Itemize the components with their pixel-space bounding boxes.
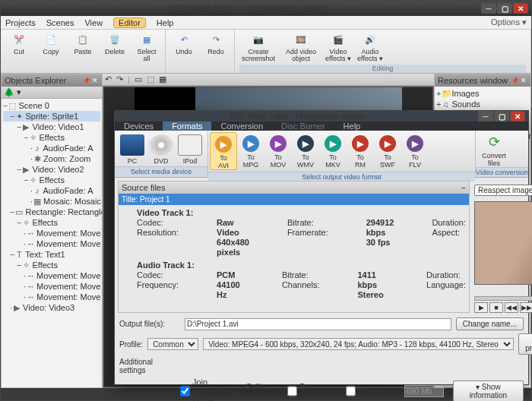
- format-swf-button[interactable]: ▶To SWF: [374, 132, 401, 170]
- format-mkv-button[interactable]: ▶To MKV: [319, 132, 347, 170]
- tool-icon[interactable]: ↷: [116, 74, 123, 84]
- format-avi-icon: ▶: [215, 136, 232, 153]
- close-button[interactable]: ✕: [513, 3, 528, 14]
- by-markers-checkbox[interactable]: By markers: [287, 382, 341, 400]
- video-track-head: Video Track 1:: [137, 208, 193, 217]
- tree-node[interactable]: −✦ Sprite: Sprite1: [3, 111, 100, 122]
- dialog-minimize-button[interactable]: ─: [478, 111, 493, 122]
- tree-node[interactable]: −⬚ Scene 0: [3, 100, 100, 111]
- convert-files-button[interactable]: ⟳ Convert files: [476, 131, 512, 167]
- menu-options[interactable]: Options ▾: [491, 17, 527, 27]
- tree-node[interactable]: ·↔ Movement: Move: [3, 238, 100, 249]
- tree-node[interactable]: ·▦ Mosaic: Mosaic: [3, 196, 100, 207]
- panel-close-icon[interactable]: ✕: [520, 77, 527, 84]
- menu-editor[interactable]: Editor: [113, 17, 146, 28]
- size-input: [404, 385, 444, 397]
- tab-help[interactable]: Help: [334, 122, 370, 131]
- tool-icon[interactable]: ↶: [105, 74, 112, 84]
- objects-tree[interactable]: −⬚ Scene 0−✦ Sprite: Sprite1−▶ Video: Vi…: [2, 99, 102, 314]
- tree-node[interactable]: −✧ Effects: [3, 132, 100, 143]
- play-button[interactable]: ▶: [474, 302, 488, 313]
- tree-node[interactable]: −✧ Effects: [3, 260, 100, 270]
- export-dialog: VSD Video Editor - Unregistered version …: [114, 110, 529, 385]
- tab-disc-burner[interactable]: Disc Burner: [272, 122, 334, 131]
- tool-icon[interactable]: ⬚: [147, 74, 154, 84]
- change-name-button[interactable]: Change name...: [456, 317, 524, 330]
- tree-node[interactable]: −▶ Video: Video2: [3, 164, 100, 175]
- tree-node[interactable]: −▭ Rectangle: Rectangle1: [3, 207, 100, 217]
- panel-pin-icon[interactable]: 📌: [82, 77, 90, 84]
- delete-button[interactable]: 🗑️Delete: [101, 32, 128, 62]
- screenshot-button[interactable]: 📷Create screenshot: [239, 32, 277, 62]
- by-size-checkbox[interactable]: By size:: [346, 385, 400, 397]
- tool-icon[interactable]: ▦: [159, 74, 166, 84]
- tree-icon[interactable]: 🌲: [4, 87, 14, 97]
- prev-button[interactable]: ◀◀: [505, 302, 518, 313]
- menu-help[interactable]: Help: [157, 18, 174, 27]
- show-information-button[interactable]: ▾ Show information: [453, 380, 524, 401]
- dialog-close-button[interactable]: ✕: [510, 111, 525, 122]
- main-menubar: Projects Scenes View Editor Help Options…: [1, 16, 531, 30]
- select-all-icon: ▦: [139, 32, 154, 47]
- profile-combo[interactable]: Common: [147, 338, 198, 350]
- menu-scenes[interactable]: Scenes: [46, 18, 74, 27]
- tree-node[interactable]: ·↔ Movement: Move: [3, 228, 100, 238]
- tab-conversion[interactable]: Conversion: [211, 122, 272, 131]
- tab-devices[interactable]: Devices: [115, 122, 163, 131]
- tree-node[interactable]: −✧ Effects: [3, 217, 100, 228]
- device-pc-button[interactable]: PC: [118, 132, 147, 165]
- output-path-input[interactable]: [185, 318, 451, 330]
- redo-icon: ↷: [208, 32, 223, 47]
- add-video-button[interactable]: 🎞️Add video object: [282, 32, 320, 62]
- format-flv-button[interactable]: ▶To FLV: [401, 132, 429, 170]
- paste-button[interactable]: 📋Paste: [69, 32, 97, 62]
- drop-icon[interactable]: ▾: [17, 87, 21, 97]
- tree-node[interactable]: +📁 Images: [436, 88, 529, 99]
- panel-close-icon[interactable]: ✕: [91, 77, 99, 84]
- tab-formats[interactable]: Formats: [163, 122, 211, 131]
- tree-node[interactable]: −✧ Effects: [3, 175, 100, 185]
- edit-profile-button[interactable]: Edit profile...: [518, 333, 532, 355]
- maximize-button[interactable]: ▢: [497, 3, 512, 14]
- tree-node[interactable]: ·▶ Video: Video3: [3, 302, 100, 313]
- tree-node[interactable]: ·↔ Movement: Move: [3, 270, 100, 281]
- camera-icon: 📷: [251, 32, 266, 47]
- source-title-row[interactable]: Title: Project 1: [119, 194, 469, 205]
- preview-slider[interactable]: [474, 296, 532, 301]
- profile-detail-combo[interactable]: Video: MPEG4 - 600 kbps, 320x240, 24 fps…: [203, 338, 514, 350]
- device-ipod-button[interactable]: IPod: [176, 132, 204, 165]
- remove-icon[interactable]: −: [461, 183, 466, 192]
- video-effects-button[interactable]: 🎬Video effects ▾: [325, 32, 352, 62]
- menu-view[interactable]: View: [84, 18, 103, 27]
- format-avi-button[interactable]: ▶To AVI: [210, 132, 237, 170]
- format-mpg-button[interactable]: ▶To MPG: [237, 132, 264, 170]
- audio-effects-button[interactable]: 🔊Audio effects ▾: [356, 32, 384, 62]
- tree-node[interactable]: −▶ Video: Video1: [3, 122, 100, 132]
- tree-node[interactable]: −T Text: Text1: [3, 249, 100, 260]
- tree-node[interactable]: ·♪ AudioFade: A: [3, 185, 100, 196]
- tree-node[interactable]: ·♪ AudioFade: A: [3, 143, 100, 153]
- format-mov-button[interactable]: ▶To MOV: [264, 132, 292, 170]
- format-wmv-button[interactable]: ▶To WMV: [292, 132, 319, 170]
- join-scenes-checkbox[interactable]: Join scenes to single: [180, 377, 234, 401]
- copy-button[interactable]: 📄Copy: [37, 32, 65, 62]
- minimize-button[interactable]: ─: [481, 3, 496, 14]
- next-button[interactable]: ▶▶: [520, 302, 532, 313]
- select-all-button[interactable]: ▦Select all: [133, 32, 160, 62]
- tree-node[interactable]: ·↔ Movement: Move: [3, 292, 100, 302]
- panel-pin-icon[interactable]: 📌: [511, 77, 518, 84]
- format-rm-button[interactable]: ▶To RM: [347, 132, 374, 170]
- tree-node[interactable]: ·↔ Movement: Move: [3, 281, 100, 292]
- cut-button[interactable]: ✂️Cut: [5, 32, 33, 62]
- tool-icon[interactable]: ▭: [135, 74, 142, 84]
- dialog-maximize-button[interactable]: ▢: [494, 111, 509, 122]
- undo-button[interactable]: ↶Undo: [170, 32, 198, 55]
- film-icon: 🎬: [331, 32, 346, 47]
- redo-button[interactable]: ↷Redo: [202, 32, 230, 55]
- tree-node[interactable]: ·✱ Zoom: Zoom: [3, 153, 100, 164]
- tree-node[interactable]: +♫ Sounds: [436, 99, 529, 109]
- device-dvd-button[interactable]: DVD: [147, 132, 176, 165]
- reaspect-select[interactable]: Reaspect image: [474, 185, 532, 196]
- menu-projects[interactable]: Projects: [5, 18, 36, 27]
- stop-button[interactable]: ■: [489, 302, 503, 313]
